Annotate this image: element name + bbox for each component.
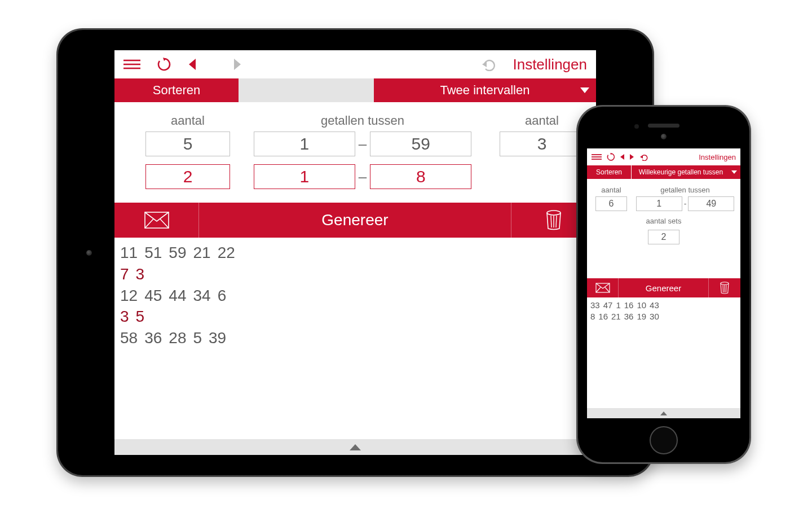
iphone-screen: Instellingen Sorteren Willekeurige getal… xyxy=(587,148,740,418)
result-number: 5 xyxy=(136,308,145,325)
generate-button[interactable]: Genereer xyxy=(619,278,709,297)
result-number: 33 xyxy=(590,300,600,310)
result-number: 30 xyxy=(650,312,659,321)
svg-line-15 xyxy=(726,285,727,292)
result-number: 22 xyxy=(218,244,235,261)
tab-mode-dropdown[interactable]: Twee intervallen xyxy=(374,78,596,102)
label-count: aantal xyxy=(171,113,205,128)
undo-icon[interactable] xyxy=(639,154,648,161)
ipad-bezel: Instellingen Sorteren Twee intervallen a… xyxy=(58,30,652,475)
mail-button[interactable] xyxy=(587,278,619,297)
ipad-camera xyxy=(86,250,92,256)
forward-icon[interactable] xyxy=(629,154,634,160)
spacer xyxy=(587,253,740,278)
chevron-up-icon xyxy=(350,444,361,450)
result-number: 8 xyxy=(590,312,595,321)
iphone-params: aantal 6 getallen tussen 1 - 49 aantal s… xyxy=(587,179,740,253)
svg-line-13 xyxy=(723,285,723,292)
tab-mode-label: Willekeurige getallen tussen xyxy=(639,168,723,176)
result-line: 583628539 xyxy=(120,327,590,349)
iphone-sensor xyxy=(634,124,639,129)
iphone-bezel: Instellingen Sorteren Willekeurige getal… xyxy=(578,107,749,462)
result-number: 58 xyxy=(120,329,138,347)
svg-line-5 xyxy=(551,216,551,227)
label-between: getallen tussen xyxy=(660,186,709,194)
param-row: aantal 6 getallen tussen 1 - 49 xyxy=(590,186,737,211)
ipad-topbar: Instellingen xyxy=(114,50,596,78)
menu-icon[interactable] xyxy=(592,154,602,160)
generate-button[interactable]: Genereer xyxy=(199,203,511,238)
input-count-1b[interactable]: 2 xyxy=(145,164,230,189)
tab-mode-dropdown[interactable]: Willekeurige getallen tussen xyxy=(632,165,740,179)
label-count-2: aantal xyxy=(525,113,559,128)
result-number: 45 xyxy=(144,287,162,304)
expand-handle[interactable] xyxy=(114,439,596,455)
forward-icon[interactable] xyxy=(233,58,242,71)
input-from-1b[interactable]: 1 xyxy=(254,164,355,189)
iphone-speaker xyxy=(648,124,679,128)
trash-button[interactable] xyxy=(709,278,740,297)
input-to-1b[interactable]: 8 xyxy=(370,164,471,189)
sets-block: aantal sets 2 xyxy=(590,217,737,244)
svg-line-7 xyxy=(556,216,557,227)
tab-sort[interactable]: Sorteren xyxy=(114,78,239,102)
result-number: 19 xyxy=(637,312,646,321)
result-line: 73 xyxy=(120,264,590,285)
input-sets[interactable]: 2 xyxy=(648,230,679,244)
result-number: 3 xyxy=(120,308,129,325)
result-number: 11 xyxy=(120,244,138,261)
input-from-1[interactable]: 1 xyxy=(254,132,355,156)
result-number: 51 xyxy=(144,244,162,261)
input-to[interactable]: 49 xyxy=(688,196,734,211)
result-number: 36 xyxy=(624,312,634,321)
label-between: getallen tussen xyxy=(321,113,404,128)
result-line: 33471161043 xyxy=(590,300,737,311)
mail-button[interactable] xyxy=(114,203,199,238)
input-count-1[interactable]: 5 xyxy=(145,132,230,156)
input-to-1[interactable]: 59 xyxy=(370,132,471,156)
tab-sort[interactable]: Sorteren xyxy=(587,165,631,179)
label-sets: aantal sets xyxy=(646,217,682,225)
iphone-home-button[interactable] xyxy=(650,426,678,454)
dash-separator: - xyxy=(682,196,689,211)
result-number: 16 xyxy=(598,312,608,321)
undo-icon[interactable] xyxy=(480,58,497,71)
result-number: 5 xyxy=(193,329,202,347)
reload-icon[interactable] xyxy=(606,152,615,161)
back-icon[interactable] xyxy=(188,58,197,71)
result-number: 7 xyxy=(120,265,129,283)
svg-point-12 xyxy=(721,282,729,284)
result-number: 47 xyxy=(603,300,613,310)
dash-separator: – xyxy=(355,132,370,156)
result-line: 1151592122 xyxy=(120,242,590,264)
result-number: 34 xyxy=(193,287,210,304)
result-number: 36 xyxy=(144,329,162,347)
result-number: 3 xyxy=(136,265,145,283)
settings-link[interactable]: Instellingen xyxy=(513,56,587,73)
ipad-results: 11515921227312454434635583628539 xyxy=(114,238,596,353)
expand-handle[interactable] xyxy=(587,408,740,418)
reload-icon[interactable] xyxy=(156,56,172,72)
chevron-down-icon xyxy=(731,170,737,174)
input-count[interactable]: 6 xyxy=(595,196,627,211)
iphone-results: 3347116104381621361930 xyxy=(587,297,740,325)
result-line: 81621361930 xyxy=(590,311,737,322)
param-row-1: aantal 5 getallen tussen 1 – 59 aantal 3 xyxy=(120,113,590,156)
result-number: 10 xyxy=(637,300,646,310)
iphone-device: Instellingen Sorteren Willekeurige getal… xyxy=(576,105,751,464)
iphone-topbar: Instellingen xyxy=(587,148,740,165)
input-from[interactable]: 1 xyxy=(636,196,682,211)
svg-point-4 xyxy=(547,211,561,215)
result-number: 16 xyxy=(624,300,634,310)
ipad-screen: Instellingen Sorteren Twee intervallen a… xyxy=(114,50,596,455)
result-line: 35 xyxy=(120,306,590,327)
result-line: 124544346 xyxy=(120,285,590,306)
input-count-2[interactable]: 3 xyxy=(500,132,584,156)
ipad-params: aantal 5 getallen tussen 1 – 59 aantal 3 xyxy=(114,102,596,203)
back-icon[interactable] xyxy=(620,154,625,160)
menu-icon[interactable] xyxy=(123,59,140,70)
settings-link[interactable]: Instellingen xyxy=(699,153,736,161)
result-number: 43 xyxy=(650,300,659,310)
tab-blank[interactable] xyxy=(239,78,374,102)
result-number: 21 xyxy=(611,312,621,321)
